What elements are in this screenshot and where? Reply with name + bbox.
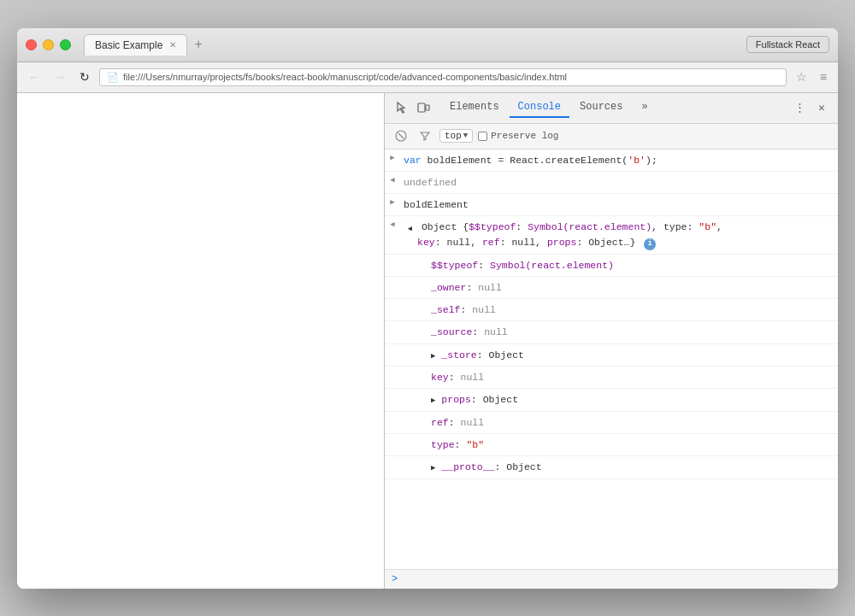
svg-rect-1: [426, 105, 429, 110]
key-ref: ref: [431, 417, 449, 428]
close-button[interactable]: [26, 39, 37, 50]
field-_self: _self: null: [385, 299, 838, 321]
key-_self: _self: [431, 304, 461, 315]
tab-more[interactable]: »: [633, 97, 656, 118]
devtools-menu-icon[interactable]: ⋮: [790, 98, 809, 117]
clear-console-button[interactable]: [392, 128, 410, 144]
field-_owner: _owner: null: [385, 277, 838, 299]
$$typeof-key: $$typeof: [469, 221, 516, 232]
field-proto: ▶ __proto__: Object: [385, 456, 838, 479]
line-content-4: ▼ Object {$$typeof: Symbol(react.element…: [400, 218, 838, 251]
preserve-log-checkbox[interactable]: [478, 132, 487, 141]
back-button[interactable]: ←: [24, 67, 44, 86]
tab-console[interactable]: Console: [510, 97, 569, 118]
string-b: 'b': [628, 155, 646, 166]
object-expand-arrow[interactable]: ▼: [403, 224, 415, 234]
field-gutter-2: [385, 279, 400, 280]
key-$$typeof: $$typeof: [431, 260, 478, 271]
devtools-toolbar: top ▼ Preserve log: [385, 124, 838, 150]
context-dropdown[interactable]: top ▼: [445, 131, 468, 141]
menu-icon[interactable]: ≡: [816, 67, 831, 86]
val-_self: null: [472, 304, 496, 315]
props-inline: props: [547, 237, 577, 248]
tab-bar: Basic Example ✕ +: [84, 34, 746, 56]
info-badge[interactable]: i: [644, 238, 656, 250]
url-text: file:///Users/nmurray/projects/fs/books/…: [123, 72, 567, 82]
minimize-button[interactable]: [43, 39, 54, 50]
traffic-lights: [26, 39, 71, 50]
expand-arrow-3[interactable]: ▶: [388, 197, 397, 207]
$$typeof-val: Symbol(react.element): [528, 221, 652, 232]
inspect-element-icon[interactable]: [392, 98, 410, 117]
new-tab-button[interactable]: +: [194, 37, 202, 52]
val-proto: Object: [506, 461, 541, 472]
svg-line-3: [398, 133, 404, 138]
field-gutter-6: [385, 368, 400, 370]
bookmark-icon[interactable]: ☆: [792, 67, 811, 86]
field-content-1: $$typeof: Symbol(react.element): [428, 256, 838, 274]
svg-rect-0: [418, 103, 425, 112]
line-content-3: boldElement: [400, 196, 838, 214]
field-gutter-5: [385, 346, 400, 348]
val-props: Object: [483, 394, 518, 405]
nav-bar: ← → ↻ 📄 file:///Users/nmurray/projects/f…: [17, 62, 838, 93]
key-proto: __proto__: [441, 461, 494, 472]
browser-window: Basic Example ✕ + Fullstack React ← → ↻ …: [17, 28, 838, 589]
return-arrow-4: ◀: [388, 220, 397, 229]
key-key: key: [431, 372, 449, 383]
tab-close-icon[interactable]: ✕: [169, 40, 176, 50]
var-name: boldElement: [428, 155, 498, 166]
val-ref: null: [461, 417, 485, 428]
console-line-1: ▶ var boldElement = React.createElement(…: [385, 150, 838, 172]
field-content-5: ▶ _store: Object: [428, 346, 838, 365]
tab-title: Basic Example: [95, 39, 162, 51]
store-expand-icon[interactable]: ▶: [431, 352, 435, 361]
maximize-button[interactable]: [60, 39, 71, 50]
tab-sources[interactable]: Sources: [571, 97, 631, 118]
field-content-8: ref: null: [428, 414, 838, 431]
field-gutter-1: [385, 256, 400, 258]
fullstack-button[interactable]: Fullstack React: [746, 36, 829, 53]
field-content-4: _source: null: [428, 323, 838, 341]
tab-elements[interactable]: Elements: [441, 97, 508, 118]
browser-tab[interactable]: Basic Example ✕: [84, 34, 187, 56]
props-expand-icon[interactable]: ▶: [431, 396, 435, 405]
key-_source: _source: [431, 326, 472, 337]
field-ref: ref: null: [385, 412, 838, 434]
devtools-close-icon[interactable]: ✕: [812, 98, 831, 117]
console-spacer: [385, 479, 838, 496]
context-selector[interactable]: top ▼: [439, 129, 473, 143]
return-arrow-2: ◀: [388, 175, 397, 185]
dropdown-arrow-icon: ▼: [463, 132, 468, 140]
line-content-2: undefined: [400, 173, 838, 191]
prompt-arrow-icon: >: [392, 573, 398, 585]
context-value: top: [445, 131, 462, 141]
key-inline: key: [417, 237, 435, 248]
proto-expand-icon[interactable]: ▶: [431, 464, 435, 472]
address-bar[interactable]: 📄 file:///Users/nmurray/projects/fs/book…: [99, 68, 787, 86]
field-gutter-4: [385, 323, 400, 325]
field-content-6: key: null: [428, 368, 838, 386]
filter-button[interactable]: [416, 128, 434, 144]
preserve-log-label[interactable]: Preserve log: [478, 131, 558, 141]
refresh-button[interactable]: ↻: [75, 67, 94, 86]
line-gutter-4: ◀: [385, 218, 400, 229]
devtools-tabs: Elements Console Sources »: [441, 97, 657, 118]
field-$$typeof: $$typeof: Symbol(react.element): [385, 255, 838, 277]
field-gutter-9: [385, 436, 400, 437]
devtools-topbar-right: ⋮ ✕: [790, 98, 831, 117]
key-type: type: [431, 439, 455, 450]
console-prompt: >: [385, 569, 838, 589]
forward-button[interactable]: →: [50, 67, 70, 86]
val-_source: null: [484, 326, 508, 337]
console-input[interactable]: [403, 573, 831, 584]
val-_owner: null: [478, 282, 502, 293]
line-gutter-3: ▶: [385, 196, 400, 207]
bold-element-ref: boldElement: [404, 199, 469, 210]
field-content-10: ▶ __proto__: Object: [428, 458, 838, 477]
devtools-panel: Elements Console Sources » ⋮ ✕: [385, 93, 838, 589]
field-content-7: ▶ props: Object: [428, 390, 838, 409]
expand-arrow-1[interactable]: ▶: [388, 153, 397, 162]
line-content-1: var boldElement = React.createElement('b…: [400, 151, 838, 169]
device-toolbar-icon[interactable]: [414, 98, 433, 117]
